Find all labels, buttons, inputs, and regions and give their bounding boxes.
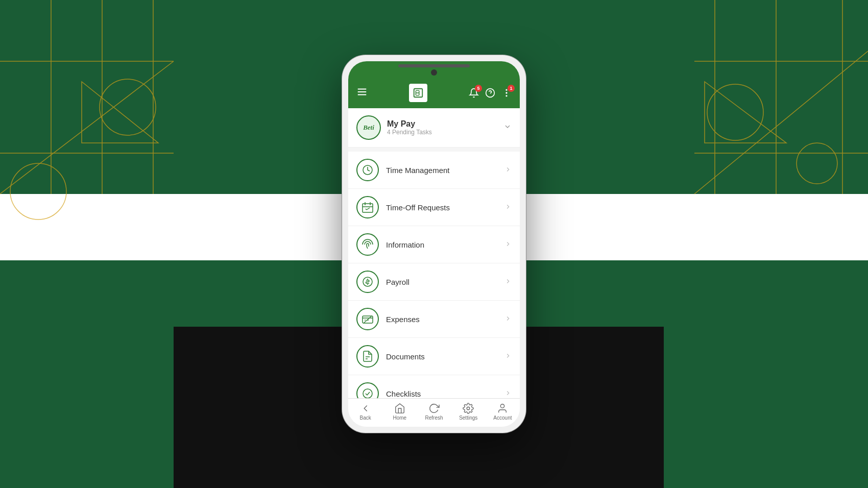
help-button[interactable]: [485, 88, 495, 98]
mypay-subtitle: 4 Pending Tasks: [387, 129, 432, 136]
svg-point-48: [467, 407, 470, 410]
svg-line-41: [364, 316, 372, 323]
menu-item-documents[interactable]: Documents: [348, 338, 520, 375]
header-center: [409, 84, 427, 102]
expenses-icon: [356, 308, 379, 330]
nav-settings[interactable]: Settings: [451, 403, 486, 421]
time-off-chevron: [504, 203, 512, 212]
menu-item-information[interactable]: Information: [348, 226, 520, 263]
svg-line-37: [366, 209, 367, 210]
nav-settings-label: Settings: [459, 415, 477, 421]
menu-list: Time Management: [348, 152, 520, 398]
documents-label: Documents: [386, 352, 504, 361]
menu-item-payroll[interactable]: Payroll: [348, 263, 520, 301]
payroll-chevron: [504, 278, 512, 286]
hamburger-icon[interactable]: [356, 86, 368, 100]
svg-point-49: [501, 404, 504, 408]
phone-notch-bar: [398, 64, 470, 67]
phone-frame: 5: [342, 55, 526, 433]
mypay-left: Beti My Pay 4 Pending Tasks: [356, 115, 432, 140]
svg-point-29: [506, 89, 507, 90]
menu-item-time-management[interactable]: Time Management: [348, 152, 520, 189]
app-logo: [409, 84, 427, 102]
nav-account-label: Account: [493, 415, 512, 421]
more-button[interactable]: 1: [501, 88, 512, 98]
menu-item-expenses[interactable]: Expenses: [348, 301, 520, 338]
phone-screen: 5: [348, 61, 520, 427]
app-header: 5: [348, 61, 520, 108]
notifications-button[interactable]: 5: [469, 88, 479, 98]
mypay-text: My Pay 4 Pending Tasks: [387, 119, 432, 136]
time-off-label: Time-Off Requests: [386, 203, 504, 212]
phone-camera: [431, 69, 437, 76]
information-icon: [356, 233, 379, 256]
checklists-label: Checklists: [386, 389, 504, 398]
time-management-icon: [356, 159, 379, 181]
nav-refresh-label: Refresh: [425, 415, 443, 421]
time-management-label: Time Management: [386, 166, 504, 175]
svg-line-38: [367, 208, 370, 210]
information-label: Information: [386, 240, 504, 249]
documents-chevron: [504, 352, 512, 361]
header-left: [356, 86, 368, 100]
svg-point-44: [363, 389, 372, 398]
nav-back[interactable]: Back: [348, 403, 382, 421]
documents-icon: [356, 345, 379, 368]
mypay-title: My Pay: [387, 119, 432, 129]
app-content: Beti My Pay 4 Pending Tasks: [348, 108, 520, 398]
bottom-nav: Back Home Refresh: [348, 398, 520, 427]
checklists-icon: [356, 382, 379, 398]
menu-item-time-off[interactable]: Time-Off Requests: [348, 189, 520, 226]
payroll-icon: [356, 271, 379, 293]
time-management-chevron: [504, 166, 512, 175]
menu-item-checklists[interactable]: Checklists: [348, 375, 520, 398]
nav-refresh[interactable]: Refresh: [417, 403, 451, 421]
payroll-label: Payroll: [386, 278, 504, 286]
time-off-icon: [356, 196, 379, 218]
nav-home-label: Home: [393, 415, 406, 421]
mypay-chevron: [503, 123, 512, 133]
information-chevron: [504, 240, 512, 249]
expenses-label: Expenses: [386, 315, 504, 324]
user-avatar: Beti: [356, 115, 381, 140]
mypay-section[interactable]: Beti My Pay 4 Pending Tasks: [348, 108, 520, 148]
expenses-chevron: [504, 315, 512, 324]
svg-point-30: [506, 92, 507, 93]
nav-back-label: Back: [359, 415, 371, 421]
more-badge: 1: [508, 85, 515, 92]
phone-mockup: 5: [342, 55, 526, 433]
checklists-chevron: [504, 389, 512, 398]
notifications-badge: 5: [475, 85, 482, 92]
svg-point-31: [506, 95, 507, 96]
nav-home[interactable]: Home: [382, 403, 417, 421]
svg-rect-33: [363, 204, 373, 212]
header-right: 5: [469, 88, 512, 98]
nav-account[interactable]: Account: [486, 403, 520, 421]
